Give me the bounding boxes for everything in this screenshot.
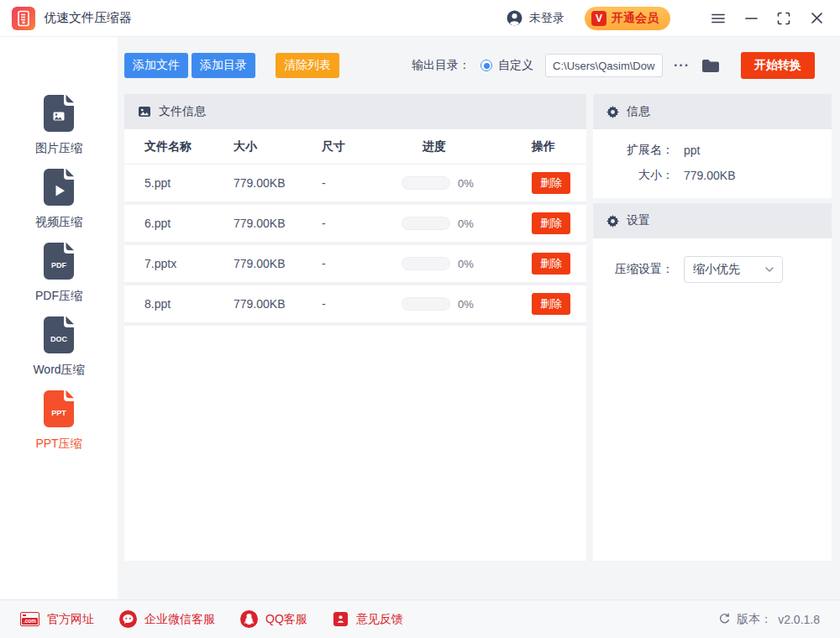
footer-link-label: QQ客服 xyxy=(265,612,307,627)
sidebar-item-video-compress[interactable]: 视频压缩 xyxy=(35,168,82,230)
progress-percent: 0% xyxy=(458,217,474,230)
browse-more-button[interactable]: ··· xyxy=(674,58,690,73)
file-dimension: - xyxy=(322,297,402,311)
video-file-icon xyxy=(42,168,76,209)
col-size: 大小 xyxy=(234,139,322,154)
info-field: 大小： 779.00KB xyxy=(606,163,818,188)
sidebar-item-word-compress[interactable]: DOC Word压缩 xyxy=(33,316,84,378)
select-value: 缩小优先 xyxy=(693,262,740,277)
clear-list-button[interactable]: 清除列表 xyxy=(276,53,339,78)
add-file-button[interactable]: 添加文件 xyxy=(124,53,188,78)
app-window: 优速文件压缩器 未登录 V 开通会员 xyxy=(0,0,840,638)
file-name: 7.pptx xyxy=(144,257,234,270)
progress-cell: 0% xyxy=(402,257,532,270)
version-value: v2.0.1.8 xyxy=(778,613,820,626)
sidebar: 图片压缩 视频压缩 PDF xyxy=(0,37,118,599)
field-value: ppt xyxy=(684,144,700,157)
progress-bar xyxy=(402,217,450,230)
table-row: 6.ppt 779.00KB - 0% 删除 xyxy=(124,205,586,245)
maximize-icon[interactable] xyxy=(777,12,790,25)
feedback-icon xyxy=(333,611,349,627)
svg-text:PDF: PDF xyxy=(51,261,67,269)
table-row: 7.pptx 779.00KB - 0% 删除 xyxy=(124,245,586,285)
gear-icon xyxy=(606,215,619,227)
info-body: 扩展名： ppt 大小： 779.00KB xyxy=(593,129,832,198)
footer-link-feedback[interactable]: 意见反馈 xyxy=(333,611,403,627)
minimize-icon[interactable] xyxy=(744,12,758,25)
doc-file-icon: DOC xyxy=(42,316,76,357)
progress-cell: 0% xyxy=(402,217,532,230)
file-name: 5.ppt xyxy=(144,176,234,190)
info-header: 信息 xyxy=(593,94,832,129)
gear-icon xyxy=(606,106,619,118)
output-path-input[interactable] xyxy=(545,54,663,77)
file-size: 779.00KB xyxy=(234,217,322,230)
footer-link-label: 意见反馈 xyxy=(356,612,403,627)
add-directory-button[interactable]: 添加目录 xyxy=(192,53,255,78)
output-dir-group: 输出目录： 自定义 ··· 开始转换 xyxy=(412,52,815,79)
panel-title: 文件信息 xyxy=(159,104,206,119)
footer: .com 官方网址 企业微信客服 xyxy=(0,599,840,638)
file-info-panel: 文件信息 文件名称 大小 尺寸 进度 操作 5.ppt 779.00KB - xyxy=(124,94,586,561)
main-area: 添加文件 添加目录 清除列表 输出目录： 自定义 ··· 开始转换 xyxy=(118,37,840,599)
progress-percent: 0% xyxy=(458,298,474,311)
settings-body: 压缩设置： 缩小优先 xyxy=(593,238,832,294)
footer-link-qq-support[interactable]: QQ客服 xyxy=(240,610,307,628)
compress-setting-label: 压缩设置： xyxy=(606,262,674,277)
sidebar-item-ppt-compress[interactable]: PPT PPT压缩 xyxy=(35,390,81,452)
svg-text:PPT: PPT xyxy=(51,409,66,417)
footer-link-website[interactable]: .com 官方网址 xyxy=(20,612,94,627)
field-label: 大小： xyxy=(606,168,674,183)
progress-cell: 0% xyxy=(402,297,532,311)
footer-link-label: 官方网址 xyxy=(47,612,94,627)
file-dimension: - xyxy=(322,176,402,190)
col-filename: 文件名称 xyxy=(144,139,234,154)
field-label: 扩展名： xyxy=(606,143,674,158)
delete-button[interactable]: 删除 xyxy=(532,212,570,234)
progress-percent: 0% xyxy=(458,258,474,270)
custom-radio[interactable] xyxy=(480,60,492,71)
open-folder-icon[interactable] xyxy=(701,58,720,73)
sidebar-item-label: PPT压缩 xyxy=(35,437,81,452)
sidebar-item-image-compress[interactable]: 图片压缩 xyxy=(35,94,82,156)
pdf-file-icon: PDF xyxy=(42,242,76,283)
custom-radio-label[interactable]: 自定义 xyxy=(498,58,533,73)
settings-panel: 设置 压缩设置： 缩小优先 xyxy=(593,203,832,561)
delete-button[interactable]: 删除 xyxy=(532,253,570,275)
compress-setting-row: 压缩设置： 缩小优先 xyxy=(606,255,818,284)
col-progress: 进度 xyxy=(402,139,532,154)
start-convert-button[interactable]: 开始转换 xyxy=(741,52,815,79)
sidebar-item-label: Word压缩 xyxy=(33,363,84,378)
menu-icon[interactable] xyxy=(711,12,725,25)
login-button[interactable]: 未登录 xyxy=(507,10,564,26)
file-size: 779.00KB xyxy=(234,257,322,270)
progress-cell: 0% xyxy=(402,176,532,190)
version-info: 版本： v2.0.1.8 xyxy=(718,612,820,627)
vip-label: 开通会员 xyxy=(612,11,659,26)
login-status[interactable]: 未登录 xyxy=(529,11,564,26)
right-column: 信息 扩展名： ppt 大小： 779.00KB xyxy=(593,94,832,561)
sidebar-item-pdf-compress[interactable]: PDF PDF压缩 xyxy=(35,242,82,304)
sidebar-item-label: 图片压缩 xyxy=(35,141,82,156)
refresh-icon[interactable] xyxy=(718,613,731,625)
user-icon xyxy=(507,10,522,26)
close-icon[interactable] xyxy=(810,12,823,25)
footer-link-label: 企业微信客服 xyxy=(144,612,215,627)
table-row: 8.ppt 779.00KB - 0% 删除 xyxy=(124,285,586,326)
file-size: 779.00KB xyxy=(234,297,322,311)
vip-button[interactable]: V 开通会员 xyxy=(585,7,670,30)
progress-bar xyxy=(402,297,450,311)
delete-button[interactable]: 删除 xyxy=(532,172,570,194)
qq-icon xyxy=(240,610,258,628)
footer-link-wechat-support[interactable]: 企业微信客服 xyxy=(119,610,215,628)
delete-button[interactable]: 删除 xyxy=(532,293,570,315)
panels-row: 文件信息 文件名称 大小 尺寸 进度 操作 5.ppt 779.00KB - xyxy=(118,94,840,561)
progress-bar xyxy=(402,257,450,270)
compress-mode-select[interactable]: 缩小优先 xyxy=(684,256,783,283)
progress-bar xyxy=(402,176,450,190)
vip-icon: V xyxy=(591,11,606,26)
col-action: 操作 xyxy=(532,139,586,154)
titlebar-controls: 未登录 V 开通会员 xyxy=(507,7,823,30)
field-value: 779.00KB xyxy=(684,169,736,182)
ppt-file-icon: PPT xyxy=(42,390,76,431)
